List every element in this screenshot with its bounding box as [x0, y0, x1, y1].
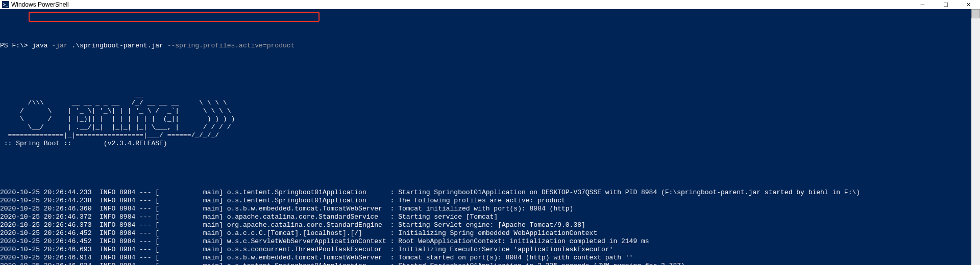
command-line: PS F:\> java -jar .\springboot-parent.ja…: [0, 42, 980, 50]
cmd-flag-jar: -jar: [48, 42, 72, 49]
minimize-button[interactable]: ─: [911, 0, 934, 9]
prompt: PS F:\>: [0, 42, 32, 49]
cmd-jarfile: .\springboot-parent.jar: [71, 42, 163, 49]
titlebar: >_ Windows PowerShell ─ ☐ ✕: [0, 0, 980, 9]
close-button[interactable]: ✕: [957, 0, 980, 9]
scrollbar[interactable]: [971, 9, 980, 265]
window-title: Windows PowerShell: [11, 1, 69, 8]
cmd-flag-profile: --spring.profiles.active=product: [163, 42, 295, 49]
command-highlight-box: [29, 12, 320, 22]
maximize-button[interactable]: ☐: [934, 0, 957, 9]
log-output: 2020-10-25 20:26:44.233 INFO 8984 --- [ …: [0, 189, 980, 265]
powershell-icon: >_: [2, 1, 9, 8]
spring-banner: __ /\\\ __ __ _ _ __ /_/ __ __ __ \ \ \ …: [0, 91, 980, 148]
blank-line: [0, 66, 980, 74]
scroll-thumb[interactable]: [971, 9, 980, 18]
blank-line2: [0, 164, 980, 172]
cmd-java: java: [32, 42, 47, 49]
terminal-output[interactable]: PS F:\> java -jar .\springboot-parent.ja…: [0, 9, 980, 265]
